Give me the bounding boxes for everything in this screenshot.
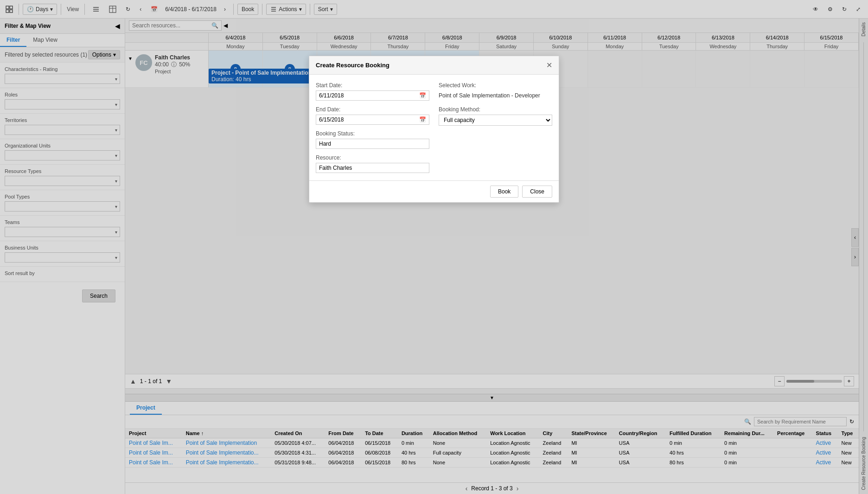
resource-label: Resource: (316, 154, 429, 161)
dialog-footer: Book Close (309, 180, 559, 202)
start-date-calendar-icon[interactable]: 📅 (419, 92, 426, 99)
booking-method-select[interactable]: Full capacity Remaining capacity Percent… (439, 115, 552, 126)
end-date-label: End Date: (316, 106, 429, 113)
end-date-input-wrap: 📅 (316, 115, 429, 125)
end-date-calendar-icon[interactable]: 📅 (419, 116, 426, 123)
booking-method-label: Booking Method: (439, 106, 552, 113)
resource-field: Resource: (316, 154, 429, 173)
booking-status-field: Booking Status: (316, 130, 429, 149)
booking-status-input[interactable] (316, 139, 429, 149)
end-date-input[interactable] (319, 116, 419, 123)
start-date-label: Start Date: (316, 82, 429, 89)
selected-work-value: Point of Sale Implementation - Developer (439, 90, 552, 101)
booking-status-label: Booking Status: (316, 130, 429, 137)
resource-input[interactable] (316, 163, 429, 173)
start-date-input[interactable] (319, 92, 419, 99)
selected-work-label: Selected Work: (439, 82, 552, 89)
dialog-header: Create Resource Booking ✕ (309, 56, 559, 75)
dialog-close-btn[interactable]: ✕ (546, 61, 552, 70)
dialog-title: Create Resource Booking (316, 62, 389, 69)
dialog-overlay: Create Resource Booking ✕ Start Date: 📅 … (0, 0, 868, 494)
dialog-left-col: Start Date: 📅 End Date: 📅 Booking Status… (316, 82, 429, 173)
book-button[interactable]: Book (490, 186, 518, 198)
selected-work-field: Selected Work: Point of Sale Implementat… (439, 82, 552, 101)
create-booking-dialog: Create Resource Booking ✕ Start Date: 📅 … (309, 56, 559, 203)
start-date-input-wrap: 📅 (316, 90, 429, 101)
start-date-field: Start Date: 📅 (316, 82, 429, 101)
dialog-body: Start Date: 📅 End Date: 📅 Booking Status… (309, 75, 559, 180)
booking-method-field: Booking Method: Full capacity Remaining … (439, 106, 552, 126)
close-button[interactable]: Close (522, 186, 552, 198)
end-date-field: End Date: 📅 (316, 106, 429, 125)
dialog-right-col: Selected Work: Point of Sale Implementat… (439, 82, 552, 173)
